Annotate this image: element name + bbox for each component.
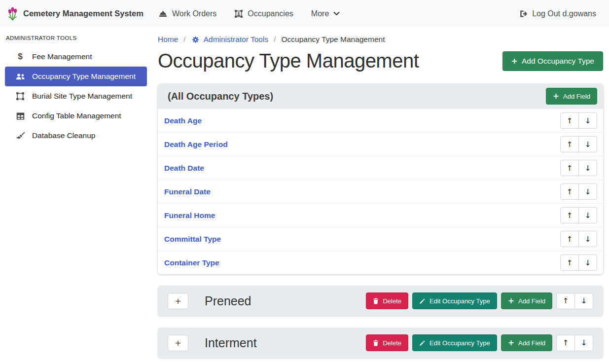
arrow-down-icon: ↓ [581, 296, 587, 305]
page-layout: Administrator Tools $ Fee Management Occ… [0, 27, 609, 358]
logout-button[interactable]: Log Out d.gowans [519, 9, 596, 18]
delete-label: Delete [383, 297, 401, 305]
arrow-down-icon: ↓ [585, 211, 591, 220]
move-up-button[interactable]: ↑ [556, 335, 575, 351]
sign-out-icon [519, 10, 528, 18]
sidebar-item-burial-site-type-management[interactable]: Burial Site Type Management [5, 86, 147, 106]
sidebar-item-occupancy-type-management[interactable]: Occupancy Type Management [5, 67, 147, 86]
move-up-button[interactable]: ↑ [560, 183, 579, 200]
move-down-button[interactable]: ↓ [578, 136, 597, 152]
add-occupancy-type-button[interactable]: + Add Occupancy Type [502, 51, 603, 71]
nav-occupancies[interactable]: Occupancies [234, 9, 293, 18]
add-occupancy-type-label: Add Occupancy Type [522, 57, 594, 66]
arrow-up-icon: ↑ [567, 258, 573, 267]
trash-icon [373, 298, 379, 304]
field-link[interactable]: Container Type [164, 258, 219, 267]
arrow-down-icon: ↓ [581, 338, 587, 347]
move-down-button[interactable]: ↓ [578, 207, 597, 223]
delete-button[interactable]: Delete [366, 334, 408, 351]
reorder-buttons: ↑ ↓ [560, 136, 597, 152]
panel-header: (All Occupancy Types) + Add Field [158, 84, 603, 109]
expand-button[interactable]: + [168, 335, 188, 351]
field-link[interactable]: Funeral Home [164, 211, 215, 220]
move-up-button[interactable]: ↑ [560, 231, 579, 247]
field-link[interactable]: Committal Type [164, 235, 221, 244]
breadcrumb-separator: / [183, 35, 185, 44]
move-down-button[interactable]: ↓ [574, 293, 593, 309]
move-up-button[interactable]: ↑ [556, 293, 575, 309]
arrow-up-icon: ↑ [563, 296, 569, 305]
add-field-button[interactable]: + Add Field [501, 334, 552, 351]
field-row: Funeral Home ↑ ↓ [158, 203, 603, 227]
main-content: Home / Administrator Tool [153, 27, 609, 358]
move-up-button[interactable]: ↑ [560, 160, 579, 176]
edit-occupancy-type-button[interactable]: Edit Occupancy Type [412, 292, 497, 309]
section-actions: Delete Edit Occupancy Type + Add Field [366, 334, 593, 351]
field-link[interactable]: Death Age [164, 116, 202, 125]
sidebar-item-label: Occupancy Type Management [32, 72, 136, 81]
page-title: Occupancy Type Management [158, 50, 419, 72]
tulips-logo-icon [7, 7, 18, 21]
move-up-button[interactable]: ↑ [560, 112, 579, 129]
add-field-label: Add Field [518, 297, 545, 305]
add-field-button[interactable]: + Add Field [501, 292, 552, 309]
add-field-button[interactable]: + Add Field [546, 88, 597, 105]
occupancy-type-section-interment: + Interment Delete [158, 328, 603, 358]
vector-square-icon [15, 92, 26, 101]
field-link[interactable]: Death Date [164, 164, 204, 173]
section-name: Preneed [205, 294, 251, 308]
chevron-down-icon [333, 11, 340, 16]
arrow-down-icon: ↓ [585, 164, 591, 173]
expand-button[interactable]: + [168, 293, 188, 309]
move-up-button[interactable]: ↑ [560, 255, 579, 271]
add-field-label: Add Field [518, 339, 545, 347]
field-row: Container Type ↑ ↓ [158, 251, 603, 274]
move-up-button[interactable]: ↑ [560, 136, 579, 152]
sidebar-heading: Administrator Tools [6, 35, 153, 41]
field-link[interactable]: Death Age Period [164, 140, 228, 149]
field-row: Committal Type ↑ ↓ [158, 227, 603, 251]
reorder-buttons: ↑ ↓ [560, 160, 597, 176]
nav-occupancies-label: Occupancies [248, 9, 293, 18]
gear-icon [191, 36, 200, 44]
field-link[interactable]: Funeral Date [164, 187, 211, 196]
field-row: Death Age Period ↑ ↓ [158, 132, 603, 156]
sidebar-item-fee-management[interactable]: $ Fee Management [5, 47, 147, 67]
users-icon [15, 73, 26, 80]
plus-icon: + [553, 92, 559, 100]
breadcrumb-admin-tools-link[interactable]: Administrator Tools [191, 35, 269, 44]
edit-occupancy-type-button[interactable]: Edit Occupancy Type [412, 334, 497, 351]
navbar-links: Work Orders Occupancies M [158, 9, 340, 18]
dollar-icon: $ [15, 52, 26, 62]
sidebar-item-label: Config Table Management [32, 111, 121, 120]
app-brand[interactable]: Cemetery Management System [7, 7, 143, 21]
arrow-down-icon: ↓ [585, 140, 591, 149]
arrow-up-icon: ↑ [567, 187, 573, 196]
edit-occupancy-type-label: Edit Occupancy Type [430, 339, 490, 347]
plus-icon: + [508, 297, 514, 305]
sidebar-item-config-table-management[interactable]: Config Table Management [5, 106, 147, 126]
move-down-button[interactable]: ↓ [574, 335, 593, 351]
sidebar-item-database-cleanup[interactable]: Database Cleanup [5, 126, 147, 146]
field-row: Death Date ↑ ↓ [158, 156, 603, 180]
nav-work-orders[interactable]: Work Orders [158, 9, 216, 18]
arrow-up-icon: ↑ [567, 116, 573, 125]
reorder-buttons: ↑ ↓ [556, 335, 593, 351]
delete-button[interactable]: Delete [366, 292, 408, 309]
move-down-button[interactable]: ↓ [578, 255, 597, 271]
breadcrumb-home-link[interactable]: Home [158, 35, 178, 44]
sidebar-item-label: Fee Management [32, 52, 92, 61]
plus-icon: + [175, 296, 181, 306]
breadcrumb-admin-tools-label: Administrator Tools [204, 35, 269, 44]
arrow-down-icon: ↓ [585, 187, 591, 196]
move-up-button[interactable]: ↑ [560, 207, 579, 223]
move-down-button[interactable]: ↓ [578, 112, 597, 129]
move-down-button[interactable]: ↓ [578, 183, 597, 200]
reorder-buttons: ↑ ↓ [560, 112, 597, 129]
nav-more[interactable]: More [311, 9, 340, 18]
field-row: Funeral Date ↑ ↓ [158, 180, 603, 203]
edit-occupancy-type-label: Edit Occupancy Type [430, 297, 490, 305]
move-down-button[interactable]: ↓ [578, 231, 597, 247]
field-row: Death Age ↑ ↓ [158, 109, 603, 132]
move-down-button[interactable]: ↓ [578, 160, 597, 176]
